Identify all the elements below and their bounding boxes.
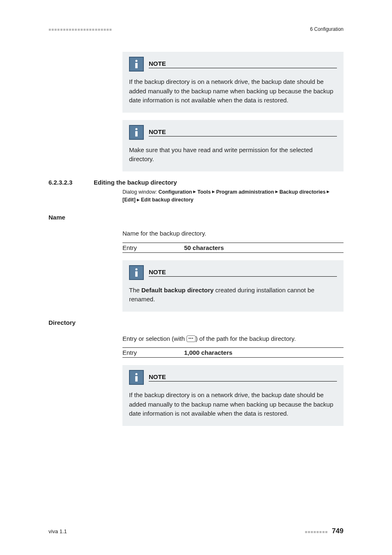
breadcrumb-item: Edit backup directory: [141, 197, 194, 203]
breadcrumb: Dialog window: Configuration▶Tools▶Progr…: [122, 188, 344, 204]
note-text: The: [129, 287, 141, 294]
svg-point-4: [135, 268, 137, 270]
desc-text: ) of the path for the backup directory.: [196, 335, 296, 342]
entry-label: Entry: [122, 349, 184, 356]
footer-version: viva 1.1: [48, 528, 67, 534]
note-block-4: NOTE If the backup directory is on a net…: [122, 365, 344, 426]
info-icon: [129, 125, 144, 140]
field-name-label: Name: [48, 214, 344, 221]
breadcrumb-lead: Dialog window:: [122, 189, 159, 195]
svg-rect-5: [135, 271, 138, 277]
svg-rect-1: [135, 63, 138, 68]
name-entry-row: Entry 50 characters: [122, 243, 344, 253]
info-icon: [129, 265, 144, 280]
svg-rect-7: [135, 376, 138, 382]
breadcrumb-item: Program administration: [216, 189, 274, 195]
page-number: 749: [332, 527, 344, 535]
breadcrumb-item: Tools: [197, 189, 210, 195]
info-icon: [129, 370, 144, 385]
breadcrumb-item: [Edit]: [122, 197, 136, 203]
svg-point-2: [135, 128, 137, 130]
section-number: 6.2.3.2.3: [48, 179, 94, 186]
footer-ornament: ■■■■■■■■: [305, 530, 328, 534]
header-ornament: ■■■■■■■■■■■■■■■■■■■■■■: [48, 27, 112, 32]
note-body: If the backup directory is on a network …: [129, 77, 337, 105]
svg-point-6: [135, 373, 137, 375]
note-block-1: NOTE If the backup directory is on a net…: [122, 52, 344, 113]
chevron-right-icon: ▶: [327, 189, 330, 195]
page-container: ■■■■■■■■■■■■■■■■■■■■■■ 6 Configuration N…: [0, 0, 392, 555]
ellipsis-icon: •••: [187, 335, 196, 342]
header-chapter: 6 Configuration: [310, 26, 344, 32]
chevron-right-icon: ▶: [137, 197, 140, 203]
info-icon: [129, 57, 144, 72]
directory-description: Entry or selection (with •••) of the pat…: [122, 334, 344, 344]
note-title: NOTE: [149, 128, 337, 136]
breadcrumb-item: Backup directories: [279, 189, 326, 195]
entry-label: Entry: [122, 244, 184, 251]
entry-value: 1,000 characters: [184, 349, 233, 356]
svg-point-0: [135, 60, 137, 62]
note-block-2: NOTE Make sure that you have read and wr…: [122, 120, 344, 171]
section-heading: 6.2.3.2.3 Editing the backup directory: [48, 179, 344, 186]
note-block-3: NOTE The Default backup directory create…: [122, 260, 344, 312]
note-title: NOTE: [149, 268, 337, 277]
note-title: NOTE: [149, 60, 337, 68]
chevron-right-icon: ▶: [193, 189, 196, 195]
desc-text: Entry or selection (with: [122, 335, 187, 342]
note-body: The Default backup directory created dur…: [129, 286, 337, 304]
section-title: Editing the backup directory: [94, 179, 177, 186]
chevron-right-icon: ▶: [275, 189, 278, 195]
note-title: NOTE: [149, 373, 337, 382]
chevron-right-icon: ▶: [212, 189, 215, 195]
breadcrumb-item: Configuration: [159, 189, 192, 195]
note-body: If the backup directory is on a network …: [129, 391, 337, 419]
page-footer: viva 1.1 ■■■■■■■■ 749: [48, 527, 344, 535]
note-body: Make sure that you have read and write p…: [129, 146, 337, 164]
field-directory-label: Directory: [48, 319, 344, 326]
note-text-bold: Default backup directory: [141, 287, 214, 294]
page-header: ■■■■■■■■■■■■■■■■■■■■■■ 6 Configuration: [48, 26, 344, 32]
footer-right: ■■■■■■■■ 749: [305, 527, 344, 535]
svg-rect-3: [135, 131, 138, 136]
entry-value: 50 characters: [184, 244, 224, 251]
name-description: Name for the backup directory.: [122, 229, 344, 238]
directory-entry-row: Entry 1,000 characters: [122, 347, 344, 358]
